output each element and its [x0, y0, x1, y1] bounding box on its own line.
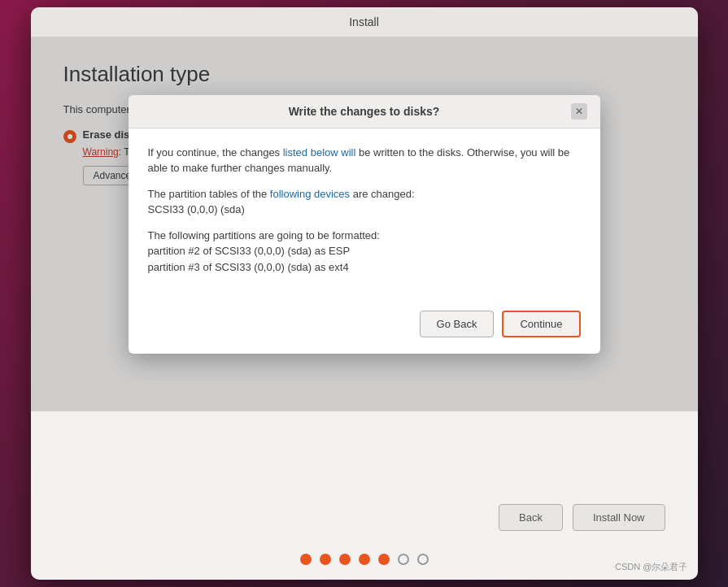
dialog-p3-text: The following partitions are going to be… — [148, 229, 380, 241]
partition1-text: partition #2 of SCSI33 (0,0,0) (sda) as … — [148, 245, 351, 257]
bottom-bar: Back Install Now — [31, 493, 698, 542]
progress-dot-1 — [300, 554, 312, 565]
progress-dots — [31, 542, 698, 580]
dialog-p2-highlight: following devices — [270, 188, 350, 200]
dialog-paragraph2: The partition tables of the following de… — [148, 186, 581, 218]
main-content-area: Installation type This computer currentl… — [31, 37, 698, 411]
back-button[interactable]: Back — [499, 504, 563, 531]
progress-dot-3 — [339, 554, 351, 565]
dialog-paragraph1: If you continue, the changes listed belo… — [148, 145, 581, 176]
install-now-button[interactable]: Install Now — [573, 504, 665, 531]
window-titlebar: Install — [31, 7, 698, 37]
go-back-button[interactable]: Go Back — [420, 311, 495, 337]
dialog-p2-text: The partition tables of the — [148, 188, 270, 200]
dialog-title: Write the changes to disks? — [158, 105, 571, 118]
window-title: Install — [349, 15, 379, 28]
dialog-titlebar: Write the changes to disks? ✕ — [129, 95, 600, 128]
dialog-p2-rest: are changed: — [350, 188, 415, 200]
dialog-body: If you continue, the changes listed belo… — [129, 128, 600, 302]
dialog-footer: Go Back Continue — [129, 301, 600, 354]
progress-dot-6 — [398, 554, 409, 565]
continue-button[interactable]: Continue — [502, 311, 580, 337]
dialog-paragraph3: The following partitions are going to be… — [148, 228, 581, 276]
progress-dot-5 — [378, 554, 390, 565]
partition-table-device: SCSI33 (0,0,0) (sda) — [148, 203, 245, 215]
progress-dot-7 — [417, 554, 429, 565]
dialog-p1-text1: If you continue, the changes — [148, 146, 283, 159]
partition2-text: partition #3 of SCSI33 (0,0,0) (sda) as … — [148, 261, 349, 273]
main-window: Install Installation type This computer … — [31, 7, 698, 580]
progress-dot-4 — [359, 554, 370, 565]
dialog-p1-highlight: listed below will — [283, 146, 356, 159]
dialog-close-button[interactable]: ✕ — [571, 103, 587, 120]
write-changes-dialog: Write the changes to disks? ✕ If you con… — [129, 95, 600, 354]
progress-dot-2 — [320, 554, 331, 565]
dialog-overlay: Write the changes to disks? ✕ If you con… — [31, 37, 698, 411]
watermark: CSDN @尔朵君子 — [615, 561, 687, 573]
